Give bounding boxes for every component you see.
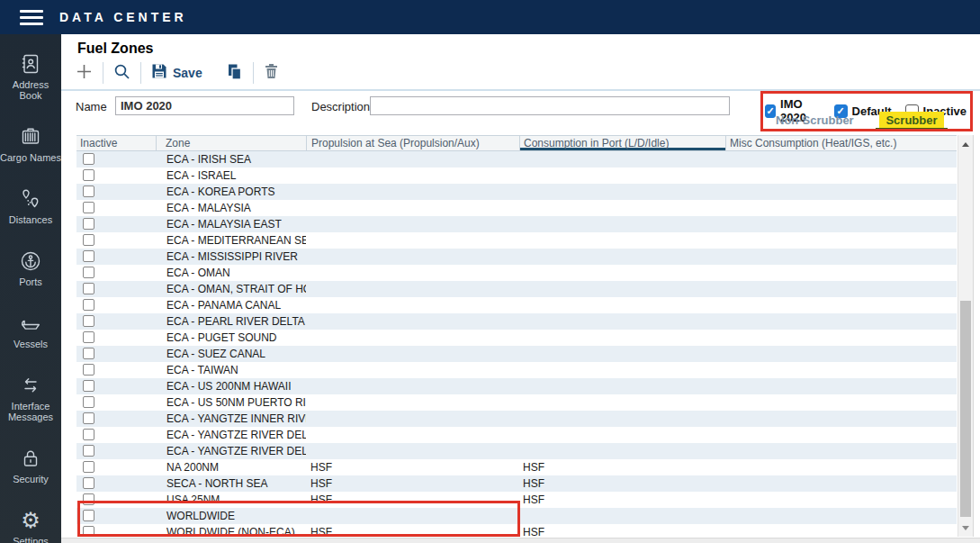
table-row[interactable]: ECA - KOREA PORTS	[76, 184, 957, 200]
top-app-bar: DATA CENTER	[0, 0, 980, 34]
port-cell	[519, 427, 725, 443]
copy-button[interactable]	[226, 63, 243, 84]
sidebar-item-cargo-names[interactable]: Cargo Names	[0, 125, 61, 163]
row-inactive-checkbox[interactable]	[83, 348, 94, 359]
zone-cell: ECA - YANGTZE RIVER DELTA	[156, 427, 306, 443]
checkbox-checked-icon[interactable]: ✓	[765, 104, 776, 118]
row-inactive-checkbox[interactable]	[83, 331, 94, 343]
table-row[interactable]: USA 25NMHSFHSF	[76, 492, 957, 508]
propulsion-cell	[306, 297, 519, 313]
table-row[interactable]: ECA - MEDITERRANEAN SEA	[76, 232, 957, 249]
row-inactive-checkbox[interactable]	[83, 299, 94, 311]
non-scrubber-tab[interactable]: Non-Scrubber	[776, 113, 854, 127]
row-inactive-checkbox[interactable]	[83, 169, 94, 181]
row-inactive-checkbox[interactable]	[83, 461, 94, 473]
sidebar-item-interface-messages[interactable]: Interface Messages	[0, 374, 61, 422]
column-header-1[interactable]: Zone	[156, 136, 306, 150]
page-title: Fuel Zones	[77, 41, 153, 57]
port-cell	[519, 232, 725, 249]
propulsion-cell	[306, 443, 519, 459]
save-button[interactable]: Save	[151, 63, 202, 83]
row-inactive-checkbox[interactable]	[83, 526, 94, 537]
vertical-scrollbar[interactable]	[958, 135, 974, 537]
port-cell	[519, 151, 725, 167]
description-input[interactable]	[370, 96, 730, 115]
row-inactive-checkbox[interactable]	[83, 267, 94, 278]
table-row[interactable]: WORLDWIDE (NON-ECA)HSFHSF	[76, 524, 957, 537]
propulsion-cell	[306, 330, 519, 346]
port-cell: HSF	[519, 459, 725, 475]
delete-button[interactable]	[264, 63, 279, 83]
row-inactive-checkbox[interactable]	[83, 510, 94, 521]
sidebar-item-label: Security	[13, 474, 49, 484]
table-row[interactable]: SECA - NORTH SEAHSFHSF	[76, 475, 957, 492]
table-row[interactable]: ECA - US 200NM HAWAII	[76, 378, 957, 394]
table-row[interactable]: ECA - US 50NM PUERTO RICO	[76, 394, 957, 411]
row-inactive-checkbox[interactable]	[83, 234, 94, 246]
table-row[interactable]: ECA - YANGTZE INNER RIVER	[76, 411, 957, 427]
table-row[interactable]: ECA - PUGET SOUND	[76, 330, 957, 346]
row-inactive-checkbox[interactable]	[83, 477, 94, 489]
table-row[interactable]: WORLDWIDE	[76, 508, 957, 524]
row-inactive-checkbox[interactable]	[83, 396, 94, 408]
misc-cell	[725, 508, 957, 524]
sidebar-item-address-book[interactable]: Address Book	[0, 52, 61, 101]
address-book-icon	[19, 52, 42, 76]
inactive-cell	[76, 394, 156, 411]
search-button[interactable]	[113, 63, 130, 84]
row-inactive-checkbox[interactable]	[83, 412, 94, 424]
table-row[interactable]: ECA - YANGTZE RIVER DELTA 1OCT	[76, 443, 957, 459]
column-header-3[interactable]: Consumption in Port (L/D/Idle)	[519, 136, 725, 150]
name-input[interactable]	[115, 96, 294, 115]
scrollbar-thumb[interactable]	[960, 301, 971, 517]
table-row[interactable]: ECA - OMAN	[76, 265, 957, 281]
table-row[interactable]: ECA - TAIWAN	[76, 362, 957, 378]
table-row[interactable]: ECA - IRISH SEA	[76, 151, 957, 167]
row-inactive-checkbox[interactable]	[83, 445, 94, 457]
toolbar-separator	[103, 62, 103, 84]
sidebar-item-security[interactable]: Security	[0, 447, 61, 484]
row-inactive-checkbox[interactable]	[83, 364, 94, 376]
table-row[interactable]: ECA - ISRAEL	[76, 167, 957, 184]
sidebar-item-label: Distances	[9, 214, 52, 225]
scroll-down-arrow-icon[interactable]	[958, 520, 973, 535]
table-row[interactable]: ECA - MALAYSIA EAST	[76, 216, 957, 232]
column-header-0[interactable]: Inactive	[76, 136, 156, 150]
sidebar-item-settings[interactable]: ⚙Settings	[0, 509, 61, 543]
table-row[interactable]: ECA - SUEZ CANAL	[76, 346, 957, 362]
table-row[interactable]: ECA - YANGTZE RIVER DELTA	[76, 427, 957, 443]
table-row[interactable]: ECA - MISSISSIPPI RIVER	[76, 249, 957, 265]
propulsion-cell	[306, 232, 519, 249]
zone-cell: ECA - US 200NM HAWAII	[156, 378, 306, 394]
add-button[interactable]	[76, 63, 93, 84]
table-row[interactable]: ECA - PANAMA CANAL	[76, 297, 957, 313]
grid-body: ECA - IRISH SEAECA - ISRAELECA - KOREA P…	[76, 151, 957, 537]
sidebar-item-distances[interactable]: Distances	[0, 187, 61, 225]
row-inactive-checkbox[interactable]	[83, 250, 94, 262]
propulsion-cell	[306, 508, 519, 524]
propulsion-cell	[306, 265, 519, 281]
row-inactive-checkbox[interactable]	[83, 186, 94, 197]
sidebar-item-vessels[interactable]: Vessels	[0, 312, 61, 349]
misc-cell	[725, 167, 957, 184]
row-inactive-checkbox[interactable]	[83, 218, 94, 230]
row-inactive-checkbox[interactable]	[83, 315, 94, 327]
sidebar-item-ports[interactable]: Ports	[0, 249, 61, 287]
row-inactive-checkbox[interactable]	[83, 380, 94, 392]
column-header-4[interactable]: Misc Consumption (Heat/IGS, etc.)	[725, 136, 957, 150]
table-row[interactable]: ECA - PEARL RIVER DELTA	[76, 313, 957, 330]
row-inactive-checkbox[interactable]	[83, 153, 94, 165]
row-inactive-checkbox[interactable]	[83, 202, 94, 213]
row-inactive-checkbox[interactable]	[83, 283, 94, 294]
column-header-2[interactable]: Propulsion at Sea (Propulsion/Aux)	[306, 136, 519, 150]
scroll-up-arrow-icon[interactable]	[958, 137, 973, 151]
hamburger-menu-icon[interactable]	[20, 10, 43, 25]
scrubber-tab[interactable]: Scrubber	[879, 112, 944, 128]
misc-cell	[725, 216, 957, 232]
sidebar-item-label: Settings	[13, 536, 49, 543]
row-inactive-checkbox[interactable]	[83, 493, 94, 505]
table-row[interactable]: ECA - MALAYSIA	[76, 200, 957, 216]
table-row[interactable]: NA 200NMHSFHSF	[76, 459, 957, 475]
row-inactive-checkbox[interactable]	[83, 429, 94, 440]
table-row[interactable]: ECA - OMAN, STRAIT OF HORMUZ	[76, 281, 957, 297]
